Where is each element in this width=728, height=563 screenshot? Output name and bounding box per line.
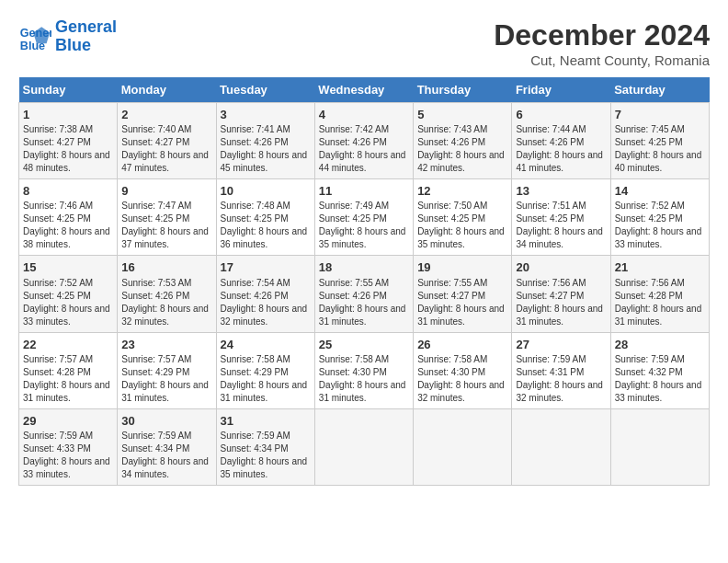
day-number: 11 — [319, 183, 409, 200]
day-number: 12 — [417, 183, 507, 200]
calendar-day-header: Tuesday — [216, 77, 314, 103]
day-number: 27 — [516, 337, 606, 353]
calendar-day-cell: 3Sunrise: 7:41 AMSunset: 4:26 PMDaylight… — [216, 103, 314, 179]
day-info: Sunrise: 7:56 AMSunset: 4:28 PMDaylight:… — [615, 277, 705, 328]
calendar-day-cell: 5Sunrise: 7:43 AMSunset: 4:26 PMDaylight… — [414, 103, 512, 179]
calendar-day-cell: 16Sunrise: 7:53 AMSunset: 4:26 PMDayligh… — [118, 256, 216, 332]
day-info: Sunrise: 7:48 AMSunset: 4:25 PMDaylight:… — [221, 200, 311, 251]
day-info: Sunrise: 7:42 AMSunset: 4:26 PMDaylight:… — [319, 123, 409, 175]
location-subtitle: Cut, Neamt County, Romania — [494, 52, 710, 68]
day-number: 19 — [417, 259, 507, 276]
day-info: Sunrise: 7:59 AMSunset: 4:34 PMDaylight:… — [221, 430, 311, 481]
calendar-week-row: 29Sunrise: 7:59 AMSunset: 4:33 PMDayligh… — [19, 408, 710, 485]
calendar-day-cell: 12Sunrise: 7:50 AMSunset: 4:25 PMDayligh… — [414, 179, 512, 256]
calendar-day-cell: 6Sunrise: 7:44 AMSunset: 4:26 PMDaylight… — [512, 103, 610, 179]
calendar-day-header: Monday — [118, 77, 216, 103]
day-number: 9 — [121, 183, 211, 200]
calendar-week-row: 1Sunrise: 7:38 AMSunset: 4:27 PMDaylight… — [19, 103, 710, 179]
day-info: Sunrise: 7:51 AMSunset: 4:25 PMDaylight:… — [516, 200, 606, 251]
calendar-day-cell — [610, 408, 709, 485]
day-number: 18 — [319, 259, 409, 276]
day-number: 7 — [615, 107, 705, 123]
day-info: Sunrise: 7:59 AMSunset: 4:33 PMDaylight:… — [23, 430, 113, 481]
day-info: Sunrise: 7:46 AMSunset: 4:25 PMDaylight:… — [23, 200, 113, 251]
day-info: Sunrise: 7:59 AMSunset: 4:34 PMDaylight:… — [121, 430, 211, 481]
day-info: Sunrise: 7:41 AMSunset: 4:26 PMDaylight:… — [221, 123, 311, 175]
calendar-day-cell: 23Sunrise: 7:57 AMSunset: 4:29 PMDayligh… — [118, 332, 216, 408]
day-number: 22 — [23, 337, 113, 353]
calendar-day-cell: 30Sunrise: 7:59 AMSunset: 4:34 PMDayligh… — [118, 408, 216, 485]
calendar-day-cell: 28Sunrise: 7:59 AMSunset: 4:32 PMDayligh… — [610, 332, 709, 408]
day-number: 29 — [23, 413, 113, 430]
calendar-week-row: 15Sunrise: 7:52 AMSunset: 4:25 PMDayligh… — [19, 256, 710, 332]
day-info: Sunrise: 7:57 AMSunset: 4:29 PMDaylight:… — [121, 353, 211, 405]
page-header: General Blue General Blue December 2024 … — [18, 18, 710, 68]
day-number: 3 — [221, 107, 311, 123]
day-number: 8 — [23, 183, 113, 200]
calendar-day-cell — [512, 408, 610, 485]
day-number: 30 — [121, 413, 211, 430]
day-info: Sunrise: 7:52 AMSunset: 4:25 PMDaylight:… — [615, 200, 705, 251]
day-number: 4 — [319, 107, 409, 123]
calendar-table: SundayMondayTuesdayWednesdayThursdayFrid… — [18, 77, 710, 486]
day-number: 24 — [221, 337, 311, 353]
day-info: Sunrise: 7:58 AMSunset: 4:30 PMDaylight:… — [319, 353, 409, 405]
calendar-day-header: Saturday — [610, 77, 709, 103]
calendar-day-cell: 7Sunrise: 7:45 AMSunset: 4:25 PMDaylight… — [610, 103, 709, 179]
calendar-day-cell: 24Sunrise: 7:58 AMSunset: 4:29 PMDayligh… — [216, 332, 314, 408]
calendar-day-cell: 22Sunrise: 7:57 AMSunset: 4:28 PMDayligh… — [19, 332, 118, 408]
day-info: Sunrise: 7:53 AMSunset: 4:26 PMDaylight:… — [121, 277, 211, 328]
day-number: 1 — [23, 107, 113, 123]
day-info: Sunrise: 7:56 AMSunset: 4:27 PMDaylight:… — [516, 277, 606, 328]
calendar-day-cell — [314, 408, 413, 485]
calendar-day-cell: 14Sunrise: 7:52 AMSunset: 4:25 PMDayligh… — [610, 179, 709, 256]
day-info: Sunrise: 7:50 AMSunset: 4:25 PMDaylight:… — [417, 200, 507, 251]
calendar-header-row: SundayMondayTuesdayWednesdayThursdayFrid… — [19, 77, 710, 103]
calendar-day-cell: 26Sunrise: 7:58 AMSunset: 4:30 PMDayligh… — [414, 332, 512, 408]
day-info: Sunrise: 7:44 AMSunset: 4:26 PMDaylight:… — [516, 123, 606, 175]
calendar-day-cell: 17Sunrise: 7:54 AMSunset: 4:26 PMDayligh… — [216, 256, 314, 332]
calendar-day-header: Thursday — [414, 77, 512, 103]
day-info: Sunrise: 7:59 AMSunset: 4:32 PMDaylight:… — [615, 353, 705, 405]
calendar-day-cell: 18Sunrise: 7:55 AMSunset: 4:26 PMDayligh… — [314, 256, 413, 332]
calendar-day-cell: 20Sunrise: 7:56 AMSunset: 4:27 PMDayligh… — [512, 256, 610, 332]
calendar-week-row: 8Sunrise: 7:46 AMSunset: 4:25 PMDaylight… — [19, 179, 710, 256]
day-number: 21 — [615, 259, 705, 276]
month-title: December 2024 — [494, 18, 710, 52]
day-info: Sunrise: 7:43 AMSunset: 4:26 PMDaylight:… — [417, 123, 507, 175]
calendar-day-cell: 29Sunrise: 7:59 AMSunset: 4:33 PMDayligh… — [19, 408, 118, 485]
calendar-day-cell — [414, 408, 512, 485]
calendar-day-cell: 21Sunrise: 7:56 AMSunset: 4:28 PMDayligh… — [610, 256, 709, 332]
calendar-day-cell: 10Sunrise: 7:48 AMSunset: 4:25 PMDayligh… — [216, 179, 314, 256]
day-number: 5 — [417, 107, 507, 123]
day-number: 14 — [615, 183, 705, 200]
day-number: 15 — [23, 259, 113, 276]
calendar-day-header: Friday — [512, 77, 610, 103]
day-number: 26 — [417, 337, 507, 353]
calendar-day-cell: 15Sunrise: 7:52 AMSunset: 4:25 PMDayligh… — [19, 256, 118, 332]
calendar-day-cell: 31Sunrise: 7:59 AMSunset: 4:34 PMDayligh… — [216, 408, 314, 485]
calendar-day-cell: 25Sunrise: 7:58 AMSunset: 4:30 PMDayligh… — [314, 332, 413, 408]
day-number: 25 — [319, 337, 409, 353]
day-number: 6 — [516, 107, 606, 123]
day-number: 28 — [615, 337, 705, 353]
day-info: Sunrise: 7:38 AMSunset: 4:27 PMDaylight:… — [23, 123, 113, 175]
calendar-day-cell: 19Sunrise: 7:55 AMSunset: 4:27 PMDayligh… — [414, 256, 512, 332]
day-info: Sunrise: 7:47 AMSunset: 4:25 PMDaylight:… — [121, 200, 211, 251]
day-info: Sunrise: 7:55 AMSunset: 4:27 PMDaylight:… — [417, 277, 507, 328]
day-number: 20 — [516, 259, 606, 276]
day-number: 13 — [516, 183, 606, 200]
calendar-day-cell: 11Sunrise: 7:49 AMSunset: 4:25 PMDayligh… — [314, 179, 413, 256]
calendar-day-cell: 2Sunrise: 7:40 AMSunset: 4:27 PMDaylight… — [118, 103, 216, 179]
logo: General Blue General Blue — [18, 18, 117, 55]
day-info: Sunrise: 7:52 AMSunset: 4:25 PMDaylight:… — [23, 277, 113, 328]
day-info: Sunrise: 7:54 AMSunset: 4:26 PMDaylight:… — [221, 277, 311, 328]
day-info: Sunrise: 7:45 AMSunset: 4:25 PMDaylight:… — [615, 123, 705, 175]
calendar-day-cell: 13Sunrise: 7:51 AMSunset: 4:25 PMDayligh… — [512, 179, 610, 256]
day-info: Sunrise: 7:49 AMSunset: 4:25 PMDaylight:… — [319, 200, 409, 251]
day-info: Sunrise: 7:58 AMSunset: 4:30 PMDaylight:… — [417, 353, 507, 405]
calendar-day-cell: 9Sunrise: 7:47 AMSunset: 4:25 PMDaylight… — [118, 179, 216, 256]
calendar-day-cell: 4Sunrise: 7:42 AMSunset: 4:26 PMDaylight… — [314, 103, 413, 179]
day-number: 31 — [221, 413, 311, 430]
calendar-day-header: Wednesday — [314, 77, 413, 103]
